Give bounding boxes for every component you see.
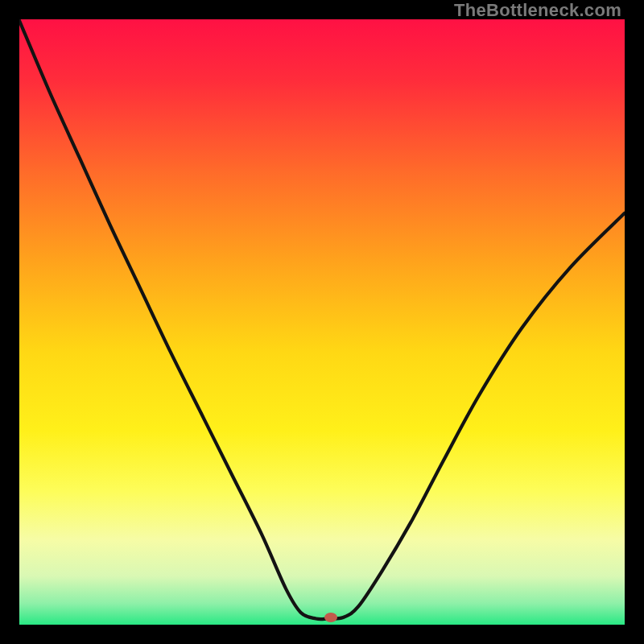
plot-area: [19, 19, 625, 625]
watermark-text: TheBottleneck.com: [454, 0, 621, 21]
chart-container: TheBottleneck.com: [0, 0, 644, 644]
minimum-marker: [324, 613, 337, 622]
bottleneck-curve: [19, 19, 625, 625]
